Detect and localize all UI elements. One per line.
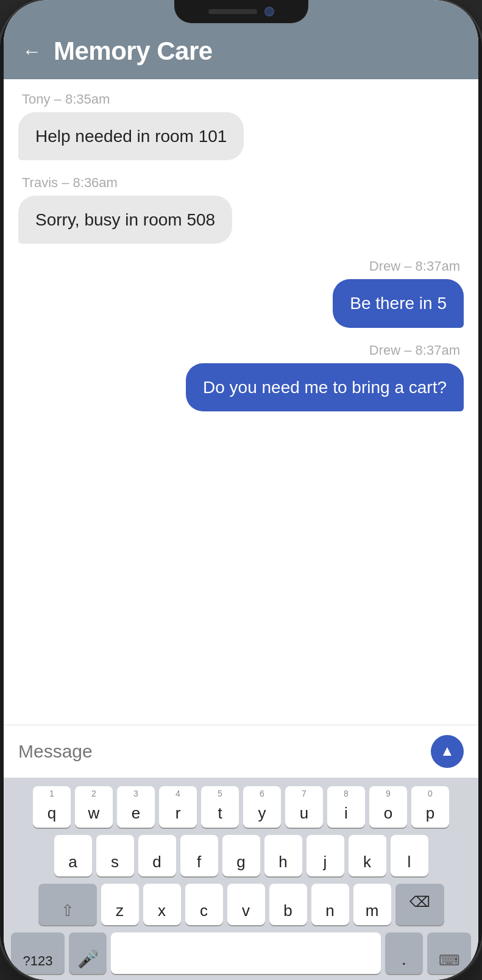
key-z[interactable]: z: [101, 884, 139, 925]
key-p[interactable]: 0p: [411, 786, 449, 828]
key-c[interactable]: c: [185, 884, 223, 925]
message-meta-tony: Tony – 8:35am: [18, 91, 113, 107]
key-b[interactable]: b: [269, 884, 307, 925]
message-input-area: ▲: [4, 725, 478, 778]
message-bubble-drew-2: Do you need me to bring a cart?: [186, 363, 464, 411]
key-g[interactable]: g: [222, 835, 260, 876]
send-icon: ▲: [440, 742, 455, 759]
key-m[interactable]: m: [353, 884, 391, 925]
key-u[interactable]: 7u: [285, 786, 323, 828]
key-x[interactable]: x: [143, 884, 181, 925]
key-k[interactable]: k: [349, 835, 386, 876]
key-q[interactable]: 1q: [33, 786, 71, 828]
key-d[interactable]: d: [138, 835, 176, 876]
key-j[interactable]: j: [307, 835, 344, 876]
message-input[interactable]: [18, 736, 421, 767]
message-bubble-travis: Sorry, busy in room 508: [18, 196, 232, 244]
message-meta-drew-2: Drew – 8:37am: [366, 343, 464, 358]
back-button[interactable]: ←: [22, 41, 41, 61]
key-h[interactable]: h: [264, 835, 302, 876]
key-space[interactable]: [111, 932, 381, 974]
key-w[interactable]: 2w: [75, 786, 113, 828]
chat-area: Tony – 8:35am Help needed in room 101 Tr…: [4, 79, 478, 725]
key-period[interactable]: .: [385, 932, 423, 974]
key-l[interactable]: l: [391, 835, 428, 876]
message-group-drew-2: Drew – 8:37am Do you need me to bring a …: [18, 343, 464, 411]
key-numbers[interactable]: ?123: [11, 932, 65, 974]
send-button[interactable]: ▲: [431, 735, 464, 768]
mic-icon: 🎤: [77, 949, 99, 969]
phone-frame: ← Memory Care Tony – 8:35am Help needed …: [0, 0, 482, 980]
message-meta-travis: Travis – 8:36am: [18, 175, 121, 191]
keyboard: 1q 2w 3e 4r 5t 6y 7u 8i 9o 0p a s d f g …: [4, 778, 478, 980]
key-shift[interactable]: ⇧: [38, 884, 97, 925]
notch-speaker: [208, 9, 257, 14]
keyboard-dismiss-icon: ⌨: [439, 952, 460, 969]
key-a[interactable]: a: [54, 835, 92, 876]
key-i[interactable]: 8i: [327, 786, 365, 828]
key-e[interactable]: 3e: [117, 786, 155, 828]
message-bubble-drew-1: Be there in 5: [333, 279, 464, 327]
key-y[interactable]: 6y: [243, 786, 281, 828]
key-o[interactable]: 9o: [369, 786, 407, 828]
shift-icon: ⇧: [61, 901, 74, 920]
key-v[interactable]: v: [227, 884, 265, 925]
key-s[interactable]: s: [96, 835, 134, 876]
message-meta-drew-1: Drew – 8:37am: [366, 258, 464, 274]
message-group-tony: Tony – 8:35am Help needed in room 101: [18, 91, 464, 160]
keyboard-row-2: a s d f g h j k l: [9, 835, 473, 876]
key-backspace[interactable]: ⌫: [395, 884, 444, 925]
notch-camera: [264, 7, 274, 16]
key-n[interactable]: n: [311, 884, 349, 925]
backspace-icon: ⌫: [395, 884, 444, 920]
notch: [174, 0, 308, 23]
screen: ← Memory Care Tony – 8:35am Help needed …: [4, 0, 478, 980]
chat-title: Memory Care: [54, 37, 213, 66]
message-group-drew-1: Drew – 8:37am Be there in 5: [18, 258, 464, 327]
keyboard-row-3: ⇧ z x c v b n m ⌫: [9, 884, 473, 925]
keyboard-row-1: 1q 2w 3e 4r 5t 6y 7u 8i 9o 0p: [9, 786, 473, 828]
key-r[interactable]: 4r: [159, 786, 197, 828]
message-group-travis: Travis – 8:36am Sorry, busy in room 508: [18, 175, 464, 244]
keyboard-bottom-row: ?123 🎤 . ⌨: [9, 932, 473, 974]
key-t[interactable]: 5t: [201, 786, 239, 828]
message-bubble-tony: Help needed in room 101: [18, 112, 244, 160]
key-keyboard-dismiss[interactable]: ⌨: [427, 932, 471, 974]
key-mic[interactable]: 🎤: [69, 932, 107, 974]
key-f[interactable]: f: [180, 835, 218, 876]
